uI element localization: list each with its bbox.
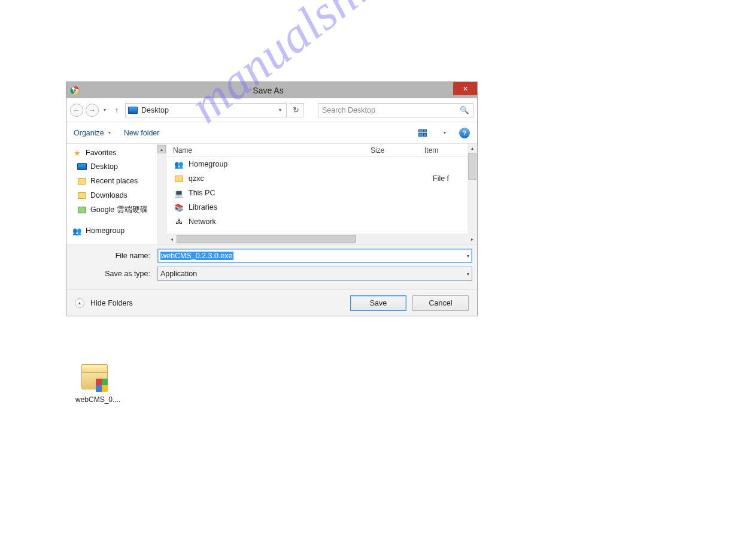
up-button[interactable]: ↑	[111, 104, 123, 116]
dialog-body: ★ Favorites Desktop Recent places Downlo…	[66, 144, 477, 244]
sidebar-item-downloads[interactable]: Downloads	[72, 188, 166, 202]
collapse-icon[interactable]: ▴	[75, 298, 84, 308]
sidebar: ★ Favorites Desktop Recent places Downlo…	[66, 144, 167, 244]
new-folder-button[interactable]: New folder	[124, 129, 160, 137]
sidebar-item-google-drive[interactable]: Google 雲端硬碟	[72, 202, 166, 217]
titlebar: Save As ✕	[66, 82, 477, 98]
sidebar-item-recent[interactable]: Recent places	[72, 174, 166, 188]
save-button[interactable]: Save	[350, 295, 406, 311]
scroll-left-icon[interactable]: ◂	[167, 237, 177, 242]
file-name-label: File name:	[71, 252, 154, 260]
scroll-thumb[interactable]: ▴	[157, 145, 166, 153]
desktop-shortcut[interactable]: webCMS_0....	[75, 364, 114, 404]
desktop-icon	[128, 107, 138, 114]
address-bar[interactable]: Desktop ▾	[125, 103, 287, 117]
search-placeholder: Search Desktop	[322, 106, 460, 114]
scroll-up-icon[interactable]: ▴	[467, 144, 477, 152]
chevron-down-icon[interactable]: ▾	[467, 271, 469, 277]
search-input[interactable]: Search Desktop 🔍	[318, 103, 473, 117]
sidebar-scrollbar[interactable]: ▴	[157, 144, 166, 244]
scroll-thumb[interactable]	[468, 153, 476, 180]
list-item[interactable]: 💻 This PC	[167, 186, 477, 200]
save-type-label: Save as type:	[71, 270, 154, 278]
save-type-select[interactable]: Application ▾	[157, 267, 472, 281]
close-button[interactable]: ✕	[453, 82, 477, 95]
uac-shield-icon	[96, 379, 108, 392]
cancel-button[interactable]: Cancel	[412, 295, 469, 311]
list-item[interactable]: 👥 Homegroup	[167, 157, 477, 171]
folder-icon	[77, 176, 87, 186]
file-list: Name Size Item 👥 Homegroup qzxc File f 💻	[167, 144, 477, 244]
user-folder-icon	[174, 174, 184, 183]
window-title: Save As	[83, 86, 453, 95]
homegroup-icon: 👥	[72, 226, 82, 235]
scroll-right-icon[interactable]: ▸	[467, 237, 477, 242]
column-headers: Name Size Item	[167, 144, 477, 157]
footer: ▴ Hide Folders Save Cancel	[66, 289, 477, 316]
back-button[interactable]: ←	[70, 104, 83, 117]
svg-point-1	[73, 89, 76, 92]
file-name-input[interactable]: webCMS_0.2.3.0.exe ▾	[157, 249, 472, 263]
save-as-dialog: Save As ✕ ← → ▾ ↑ Desktop ▾ ↻ Search Des…	[66, 81, 478, 316]
nav-row: ← → ▾ ↑ Desktop ▾ ↻ Search Desktop 🔍	[66, 98, 477, 122]
chevron-down-icon[interactable]: ▾	[441, 130, 448, 135]
monitor-icon	[77, 162, 87, 171]
close-icon: ✕	[463, 85, 468, 93]
organize-button[interactable]: Organize ▾	[74, 129, 113, 137]
chevron-down-icon[interactable]: ▾	[467, 253, 469, 259]
chrome-icon	[70, 86, 80, 95]
toolbar: Organize ▾ New folder ▾ ?	[66, 122, 477, 144]
network-icon: 🖧	[174, 217, 184, 226]
horizontal-scrollbar[interactable]: ◂ ▸	[167, 234, 477, 244]
refresh-button[interactable]: ↻	[289, 103, 303, 117]
star-icon: ★	[72, 148, 82, 158]
rows: 👥 Homegroup qzxc File f 💻 This PC 📚 Libr…	[167, 157, 477, 234]
col-name[interactable]: Name	[167, 146, 371, 155]
history-chevron-icon[interactable]: ▾	[101, 107, 108, 113]
sidebar-head-favorites[interactable]: ★ Favorites	[72, 146, 166, 159]
chevron-down-icon: ▾	[106, 130, 113, 135]
hide-folders-button[interactable]: Hide Folders	[90, 299, 133, 307]
list-item[interactable]: 📚 Libraries	[167, 200, 477, 214]
col-size[interactable]: Size	[371, 146, 424, 155]
list-item[interactable]: qzxc File f	[167, 171, 477, 186]
libraries-icon: 📚	[174, 202, 184, 212]
view-icon	[418, 129, 427, 137]
search-icon: 🔍	[460, 105, 469, 114]
sidebar-item-desktop[interactable]: Desktop	[72, 159, 166, 174]
installer-icon	[80, 364, 109, 393]
pc-icon: 💻	[174, 188, 184, 198]
homegroup-icon: 👥	[174, 159, 184, 169]
vertical-scrollbar[interactable]: ▴	[467, 144, 477, 234]
shortcut-label: webCMS_0....	[75, 395, 114, 404]
scroll-thumb[interactable]	[177, 235, 356, 243]
input-area: File name: webCMS_0.2.3.0.exe ▾ Save as …	[66, 244, 477, 289]
chevron-down-icon[interactable]: ▾	[277, 107, 284, 113]
folder-icon	[77, 191, 87, 200]
help-button[interactable]: ?	[459, 128, 470, 138]
address-text: Desktop	[141, 106, 273, 114]
folder-icon	[77, 205, 87, 214]
list-item[interactable]: 🖧 Network	[167, 214, 477, 229]
sidebar-head-homegroup[interactable]: 👥 Homegroup	[72, 224, 166, 237]
forward-button[interactable]: →	[86, 104, 99, 117]
view-mode-button[interactable]	[415, 127, 430, 139]
